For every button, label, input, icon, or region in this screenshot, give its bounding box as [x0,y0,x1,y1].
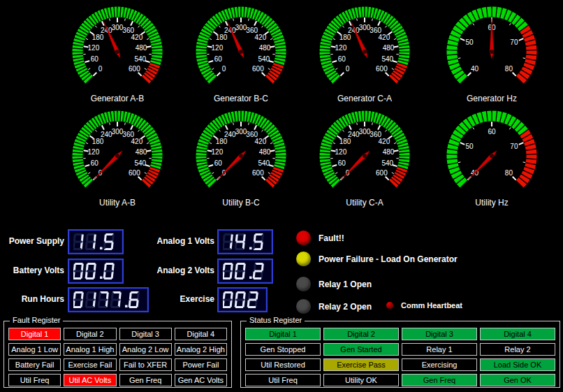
status-cell-gen-started: Gen Started [323,343,399,356]
battery-volts-display [68,259,124,284]
svg-text:540: 540 [258,55,270,63]
svg-text:420: 420 [255,138,267,145]
svg-text:360: 360 [122,131,134,138]
fault-indicator-label: Fault!! [319,233,344,243]
status-cell-digital-1: Digital 1 [245,328,321,340]
svg-text:420: 420 [379,138,390,145]
status-cell-util-freq: Util Freq [245,374,321,386]
svg-text:540: 540 [381,55,393,63]
svg-text:420: 420 [131,138,143,145]
gauge-generator-hz: 4050607080Generator Hz [432,3,552,106]
status-cell-util-restored: Util Restored [245,358,321,371]
svg-text:180: 180 [216,138,228,145]
gauge-utility-a-b: 060120180240300360420480540600Utility A-… [57,107,177,210]
svg-text:60: 60 [488,128,496,136]
battery-volts-label: Battery Volts [0,266,64,275]
fault-register-title: Fault Register [10,316,63,324]
svg-text:60: 60 [214,55,223,63]
run-hours-label: Run Hours [0,294,64,304]
svg-text:120: 120 [212,148,224,156]
status-cell-digital-2: Digital 2 [323,328,399,340]
svg-text:60: 60 [91,159,99,167]
svg-text:Generator Hz: Generator Hz [467,94,517,103]
fault-cell-analog-1-high: Analog 1 High [64,343,116,356]
relay-2-indicator: Relay 2 Open [296,299,372,314]
status-cell-relay-2: Relay 2 [480,343,555,356]
status-register-title: Status Register [247,316,305,324]
svg-text:600: 600 [129,169,140,177]
status-cell-gen-ok: Gen OK [480,374,555,386]
svg-text:120: 120 [212,44,224,52]
fault-cell-util-freq: Util Freq [8,374,61,386]
status-cell-exercise-pass: Exercise Pass [323,358,399,371]
svg-text:600: 600 [252,169,264,177]
svg-text:Generator C-A: Generator C-A [337,94,392,103]
svg-text:540: 540 [134,159,146,167]
fault-cell-power-fail: Power Fail [175,358,227,371]
svg-text:180: 180 [92,34,104,41]
svg-text:540: 540 [258,159,270,167]
status-cell-digital-3: Digital 3 [402,328,477,340]
svg-text:70: 70 [510,143,518,150]
status-cell-load-side-ok: Load Side OK [480,358,555,371]
svg-text:120: 120 [335,148,347,156]
gauge-generator-b-c: 060120180240300360420480540600Generator … [181,3,301,106]
svg-text:Utility B-C: Utility B-C [222,198,260,208]
fault-cell-gen-freq: Gen Freq [119,374,172,386]
svg-text:40: 40 [471,65,479,73]
svg-text:360: 360 [370,27,381,34]
svg-text:Generator A-B: Generator A-B [91,94,145,103]
svg-text:420: 420 [131,34,143,41]
svg-text:300: 300 [112,24,124,31]
svg-text:360: 360 [246,27,258,34]
status-cell-exercising: Exercising [402,358,477,371]
gauge-generator-c-a: 060120180240300360420480540600Generator … [305,3,425,106]
svg-text:600: 600 [252,65,264,73]
fault-cell-util-ac-volts: Util AC Volts [64,374,116,386]
analog-2-volts-display [217,259,273,284]
svg-text:600: 600 [376,65,388,73]
comm-heartbeat-lamp-icon [386,302,393,309]
svg-text:80: 80 [505,65,513,73]
svg-text:360: 360 [370,131,381,138]
svg-text:360: 360 [122,27,134,34]
svg-text:240: 240 [101,131,112,138]
status-register-grid: Digital 1Digital 2Digital 3Digital 4Gen … [241,321,560,391]
relay-2-lamp-icon [296,299,311,314]
svg-text:480: 480 [259,148,271,156]
relay-1-indicator-label: Relay 1 Open [319,280,372,289]
svg-text:600: 600 [129,65,140,73]
relay-2-indicator-label: Relay 2 Open [319,302,372,312]
svg-text:480: 480 [136,148,147,156]
relay-1-lamp-icon [296,277,311,291]
analog-1-volts-display [217,229,273,254]
svg-text:540: 540 [381,159,393,167]
analog-2-volts-label: Analog 2 Volts [129,266,214,275]
fault-cell-digital-1: Digital 1 [8,328,61,340]
svg-text:480: 480 [259,44,271,52]
svg-text:300: 300 [112,128,124,136]
exercise-display [217,287,268,312]
svg-text:540: 540 [134,55,146,63]
svg-text:0: 0 [346,65,350,73]
power-supply-display [68,229,124,254]
svg-text:600: 600 [376,169,388,177]
svg-text:240: 240 [224,131,236,138]
status-cell-gen-stopped: Gen Stopped [245,343,321,356]
status-cell-gen-freq: Gen Freq [402,374,477,386]
fault-cell-battery-fail: Battery Fail [8,358,61,371]
gauge-utility-hz: 4050607080Utility Hz [432,107,552,210]
fault-cell-analog-2-high: Analog 2 High [175,343,227,356]
comm-heartbeat-indicator: Comm Heartbeat [386,301,462,310]
svg-text:Utility C-A: Utility C-A [346,198,383,208]
fault-cell-analog-1-low: Analog 1 Low [8,343,61,356]
analog-1-volts-label: Analog 1 Volts [129,236,214,246]
svg-text:420: 420 [379,34,390,41]
power-failure-lamp-icon [296,252,311,266]
svg-text:180: 180 [339,34,351,41]
gauge-utility-b-c: 060120180240300360420480540600Utility B-… [181,107,301,210]
fault-cell-digital-3: Digital 3 [119,328,172,340]
svg-text:180: 180 [216,34,228,41]
svg-text:300: 300 [359,24,371,31]
exercise-label: Exercise [129,294,214,304]
